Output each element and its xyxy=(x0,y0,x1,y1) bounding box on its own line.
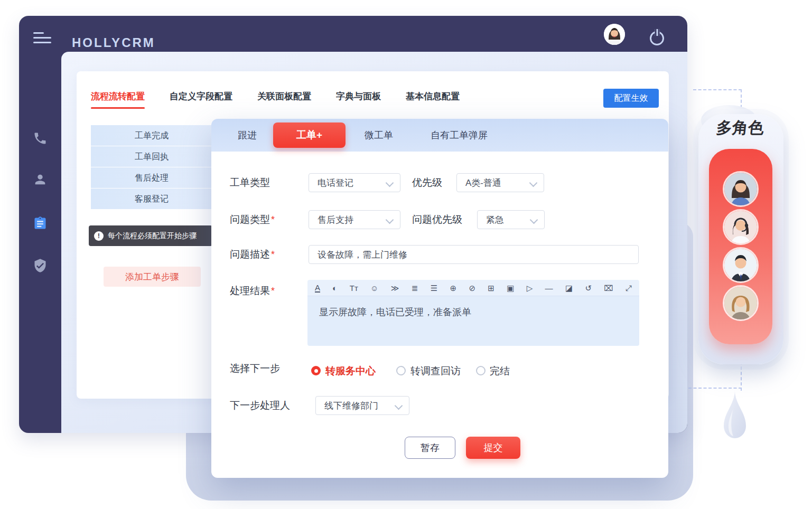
image-icon[interactable]: ▣ xyxy=(507,284,514,292)
tooltip-text: 每个流程必须配置开始步骤 xyxy=(108,231,197,241)
submit-button[interactable]: 提交 xyxy=(466,437,520,459)
role-panel xyxy=(709,149,772,344)
fullscreen-icon[interactable]: ⤢ xyxy=(626,284,632,292)
add-step-button[interactable]: 添加工单步骤 xyxy=(104,267,201,287)
divider-icon[interactable]: — xyxy=(545,284,553,292)
multi-role-caption: 多角色 xyxy=(715,117,765,139)
link-icon[interactable]: ⊕ xyxy=(450,284,456,292)
tab-follow-up[interactable]: 跟进 xyxy=(238,129,257,142)
issue-type-label: 问题类型* xyxy=(230,210,275,229)
clipboard-icon[interactable] xyxy=(33,216,48,231)
unlink-icon[interactable]: ⊘ xyxy=(469,284,475,292)
next-step-label: 选择下一步 xyxy=(230,359,280,378)
priority-label: 优先级 xyxy=(412,173,442,192)
flow-step-receipt[interactable]: 工单回执 xyxy=(91,146,212,167)
apply-config-button[interactable]: 配置生效 xyxy=(603,89,659,108)
align-icon[interactable]: ≣ xyxy=(412,284,418,292)
radio-label-finish[interactable]: 完结 xyxy=(490,364,510,378)
avatar-agent-female xyxy=(723,171,759,207)
avatar-agent-headset xyxy=(723,209,759,245)
delete-icon[interactable]: ⌧ xyxy=(604,284,613,292)
issue-desc-label: 问题描述* xyxy=(230,245,275,264)
phone-icon[interactable] xyxy=(33,131,48,146)
brand-logo: HOLLYCRM xyxy=(72,35,155,50)
next-handler-select[interactable]: 线下维修部门 xyxy=(315,396,409,415)
emoji-icon[interactable]: ☺ xyxy=(370,284,378,292)
flow-step-list: 工单完成 工单回执 售后处理 客服登记 xyxy=(91,125,212,210)
radio-transfer-survey[interactable] xyxy=(396,366,406,375)
issue-priority-select[interactable]: 紧急 xyxy=(477,210,545,229)
chevron-down-icon xyxy=(530,216,538,224)
issue-desc-input[interactable]: 设备故障，需上门维修 xyxy=(309,245,639,264)
result-editor[interactable]: A ◐ Tт ☺ ≫ ≣ ☰ ⊕ ⊘ ⊞ ▣ ▷ — ◪ ↺ ⌧ ⤢ 显示屏故障… xyxy=(307,280,639,346)
video-icon[interactable]: ▷ xyxy=(527,284,533,292)
tab-basic-info-config[interactable]: 基本信息配置 xyxy=(406,90,460,102)
order-type-select[interactable]: 电话登记 xyxy=(309,173,400,192)
radio-transfer-service-center[interactable] xyxy=(311,366,321,375)
menu-icon[interactable] xyxy=(33,32,51,45)
user-icon[interactable] xyxy=(33,172,48,187)
font-size-icon[interactable]: Tт xyxy=(350,284,358,292)
tab-process-flow-config[interactable]: 流程流转配置 xyxy=(91,90,145,102)
user-avatar[interactable] xyxy=(604,24,625,45)
connector-line-top xyxy=(693,89,742,90)
radio-finish[interactable] xyxy=(476,366,486,375)
save-draft-button[interactable]: 暂存 xyxy=(405,437,455,459)
flow-step-complete[interactable]: 工单完成 xyxy=(91,125,212,146)
editor-toolbar: A ◐ Tт ☺ ≫ ≣ ☰ ⊕ ⊘ ⊞ ▣ ▷ — ◪ ↺ ⌧ ⤢ xyxy=(307,280,639,296)
radio-label-transfer-service-center[interactable]: 转服务中心 xyxy=(325,364,376,378)
flow-step-register[interactable]: 客服登记 xyxy=(91,188,212,209)
exclamation-icon: ! xyxy=(94,231,104,241)
table-icon[interactable]: ⊞ xyxy=(488,284,494,292)
tab-own-popup[interactable]: 自有工单弹屏 xyxy=(431,129,488,142)
chevron-down-icon xyxy=(529,179,538,187)
avatar-agent-male xyxy=(723,247,759,283)
result-editor-content[interactable]: 显示屏故障，电话已受理，准备派单 xyxy=(307,296,639,346)
flow-tooltip: ! 每个流程必须配置开始步骤 xyxy=(89,225,212,246)
tab-work-order-active[interactable]: 工单+ xyxy=(273,122,346,148)
config-tab-bar: 流程流转配置 自定义字段配置 关联面板配置 字典与面板 基本信息配置 xyxy=(91,90,460,102)
color-icon[interactable]: ◐ xyxy=(332,284,337,292)
drop-shape xyxy=(720,388,750,456)
result-label: 处理结果* xyxy=(230,281,275,300)
eraser-icon[interactable]: ◪ xyxy=(565,284,573,292)
modal-tab-bar: 跟进 工单+ 微工单 自有工单弹屏 xyxy=(211,119,668,152)
shield-check-icon[interactable] xyxy=(33,258,48,273)
tab-micro-work-order[interactable]: 微工单 xyxy=(365,129,393,142)
indent-icon[interactable]: ≫ xyxy=(391,284,399,292)
issue-type-select[interactable]: 售后支持 xyxy=(309,210,400,229)
tab-custom-field-config[interactable]: 自定义字段配置 xyxy=(170,90,232,102)
chevron-down-icon xyxy=(386,179,394,187)
chevron-down-icon xyxy=(386,216,394,224)
list-icon[interactable]: ☰ xyxy=(431,284,437,292)
avatar-agent-blonde xyxy=(723,285,759,321)
work-order-modal: 跟进 工单+ 微工单 自有工单弹屏 工单类型 电话登记 优先级 A类-普通 问题… xyxy=(211,119,668,478)
phone-frame xyxy=(698,114,783,364)
screen: HOLLYCRM xyxy=(0,0,812,509)
font-icon[interactable]: A xyxy=(315,284,320,293)
tab-related-panel-config[interactable]: 关联面板配置 xyxy=(257,90,311,102)
priority-select[interactable]: A类-普通 xyxy=(456,173,544,192)
chevron-down-icon xyxy=(395,402,403,410)
issue-priority-label: 问题优先级 xyxy=(412,210,462,229)
undo-icon[interactable]: ↺ xyxy=(585,284,592,292)
tab-dictionary-panel[interactable]: 字典与面板 xyxy=(336,90,381,102)
power-icon[interactable] xyxy=(650,31,664,45)
flow-step-aftersale[interactable]: 售后处理 xyxy=(91,167,212,188)
radio-label-transfer-survey[interactable]: 转调查回访 xyxy=(410,364,461,378)
next-handler-label: 下一步处理人 xyxy=(230,396,290,415)
order-type-label: 工单类型 xyxy=(230,173,270,192)
